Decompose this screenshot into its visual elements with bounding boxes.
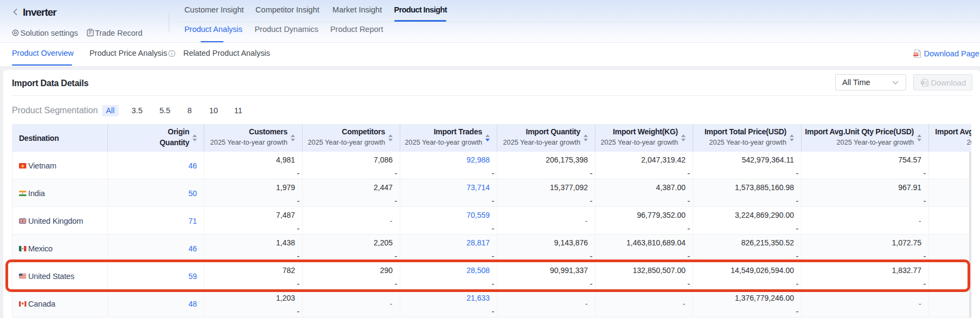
svg-text:X: X bbox=[921, 81, 924, 84]
svg-text:PDF: PDF bbox=[913, 53, 918, 56]
